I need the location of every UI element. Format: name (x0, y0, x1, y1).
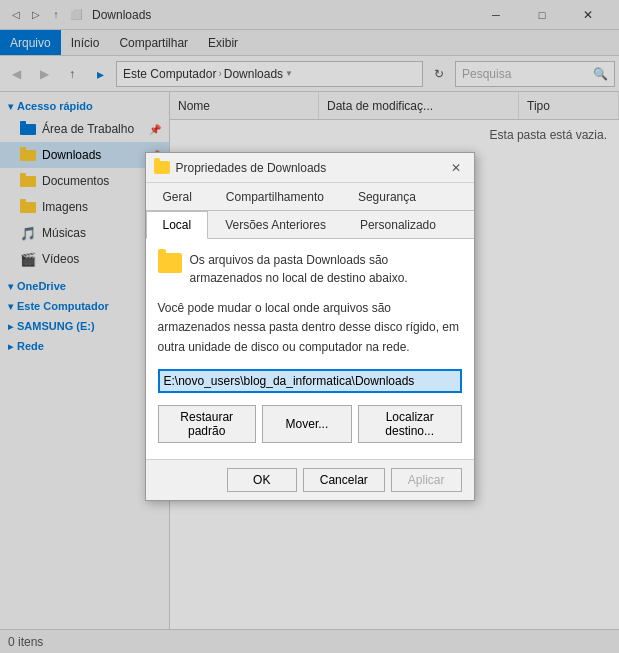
tab-local[interactable]: Local (146, 211, 209, 239)
modal-properties: Propriedades de Downloads ✕ Geral Compar… (145, 152, 475, 501)
modal-close-button[interactable]: ✕ (446, 158, 466, 178)
tab-seguranca[interactable]: Segurança (341, 183, 433, 211)
aplicar-button[interactable]: Aplicar (391, 468, 462, 492)
modal-buttons-row: Restaurar padrão Mover... Localizar dest… (158, 405, 462, 443)
modal-title: Propriedades de Downloads (176, 161, 446, 175)
modal-overlay: Propriedades de Downloads ✕ Geral Compar… (0, 0, 619, 653)
tab-geral[interactable]: Geral (146, 183, 209, 211)
folder-info-icon (158, 253, 182, 273)
tab-compartilhamento[interactable]: Compartilhamento (209, 183, 341, 211)
info-text: Você pode mudar o local onde arquivos sã… (158, 299, 462, 357)
tab-personalizado[interactable]: Personalizado (343, 211, 453, 239)
restaurar-padrao-button[interactable]: Restaurar padrão (158, 405, 256, 443)
modal-tabs-row2: Local Versões Anteriores Personalizado (146, 211, 474, 239)
cancelar-button[interactable]: Cancelar (303, 468, 385, 492)
modal-title-bar: Propriedades de Downloads ✕ (146, 153, 474, 183)
modal-content: Os arquivos da pasta Downloads são armaz… (146, 239, 474, 459)
tab-versoes-anteriores[interactable]: Versões Anteriores (208, 211, 343, 239)
modal-footer: OK Cancelar Aplicar (146, 459, 474, 500)
folder-description: Os arquivos da pasta Downloads são armaz… (190, 251, 462, 287)
path-input[interactable] (158, 369, 462, 393)
mover-button[interactable]: Mover... (262, 405, 352, 443)
ok-button[interactable]: OK (227, 468, 297, 492)
localizar-destino-button[interactable]: Localizar destino... (358, 405, 462, 443)
modal-tabs-row1: Geral Compartilhamento Segurança (146, 183, 474, 211)
folder-info: Os arquivos da pasta Downloads são armaz… (158, 251, 462, 287)
modal-folder-icon (154, 161, 170, 174)
